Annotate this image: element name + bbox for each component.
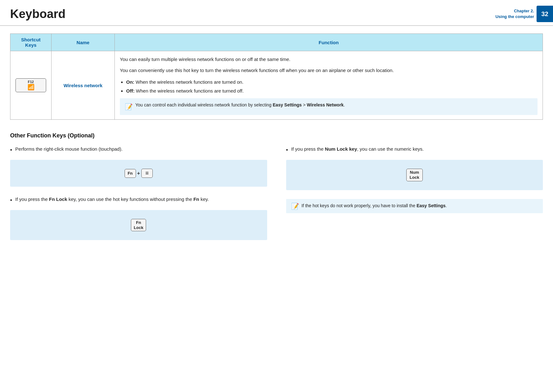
col-header-shortcut: Shortcut Keys — [10, 34, 52, 51]
col-header-name: Name — [52, 34, 115, 51]
page-title: Keyboard — [10, 7, 65, 21]
num-lock-text: If you press the Num Lock key, you can u… — [291, 145, 424, 153]
right-note: 📝 If the hot keys do not work properly, … — [286, 199, 543, 213]
main-content: Shortcut Keys Name Function F12 📶 Wirele… — [0, 26, 553, 259]
chapter-label: Chapter 2. Using the computer — [495, 8, 537, 20]
col-header-function: Function — [115, 34, 543, 51]
fn-lock-key: Fn Lock — [131, 219, 146, 231]
num-lock-key: Num Lock — [406, 169, 423, 181]
f12-key-display: F12 📶 — [15, 78, 46, 92]
fn-key: Fn — [125, 169, 136, 178]
right-column: • If you press the Num Lock key, you can… — [286, 145, 543, 249]
fn-plus-menu-combo: Fn + ≡ — [125, 169, 153, 178]
section-heading: Other Function Keys (Optional) — [10, 132, 543, 139]
key-cell: F12 📶 — [10, 51, 52, 120]
menu-key: ≡ — [141, 169, 153, 178]
func-para2: You can conveniently use this hot key to… — [120, 67, 538, 75]
fn-lock-text: If you press the Fn Lock key, you can us… — [15, 196, 209, 203]
func-bullets: On: When the wireless network functions … — [120, 78, 538, 95]
bullet-dot-right: • — [286, 146, 288, 155]
table-row: F12 📶 Wireless network You can easily tu… — [10, 51, 543, 120]
page-header: Keyboard Chapter 2. Using the computer 3… — [0, 0, 553, 26]
func-note: 📝 You can control each individual wirele… — [120, 98, 538, 115]
table-header-row: Shortcut Keys Name Function — [10, 34, 543, 51]
wifi-icon: 📶 — [28, 84, 34, 91]
fn-menu-key-demo: Fn + ≡ — [10, 160, 267, 187]
left-bullet2: • If you press the Fn Lock key, you can … — [10, 196, 267, 205]
note-icon: 📝 — [125, 102, 133, 112]
right-note-text: If the hot keys do not work properly, yo… — [302, 202, 447, 209]
func-para1: You can easily turn multiple wireless ne… — [120, 56, 538, 63]
function-cell: You can easily turn multiple wireless ne… — [115, 51, 543, 120]
plus-sign: + — [137, 171, 140, 176]
note-text: You can control each individual wireless… — [135, 101, 345, 108]
shortcut-table: Shortcut Keys Name Function F12 📶 Wirele… — [10, 33, 543, 120]
page-number: 32 — [537, 6, 553, 22]
menu-key-symbol: ≡ — [145, 170, 149, 177]
bullet-dot: • — [10, 146, 12, 155]
chapter-info: Chapter 2. Using the computer 32 — [495, 6, 553, 22]
two-column-layout: • Performs the right-click mouse functio… — [10, 145, 543, 249]
fn-lock-key-demo: Fn Lock — [10, 210, 267, 240]
bullet-dot2: • — [10, 196, 12, 205]
note-icon-right: 📝 — [291, 202, 299, 210]
right-bullet1: • If you press the Num Lock key, you can… — [286, 145, 543, 155]
func-bullet1: On: When the wireless network functions … — [126, 78, 538, 86]
func-bullet2: Off: When the wireless network functions… — [126, 87, 538, 95]
num-lock-key-demo: Num Lock — [286, 160, 543, 190]
left-column: • Performs the right-click mouse functio… — [10, 145, 267, 249]
name-cell: Wireless network — [52, 51, 115, 120]
other-function-keys-section: Other Function Keys (Optional) • Perform… — [10, 132, 543, 249]
left-bullet1: • Performs the right-click mouse functio… — [10, 145, 267, 155]
